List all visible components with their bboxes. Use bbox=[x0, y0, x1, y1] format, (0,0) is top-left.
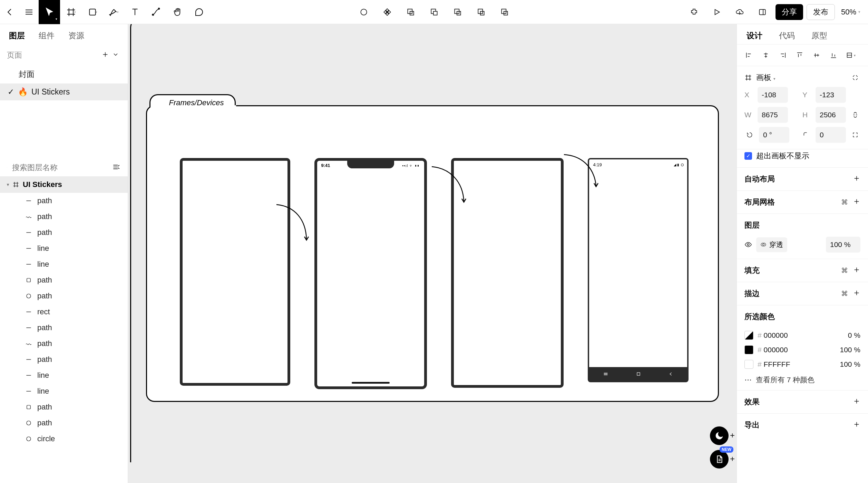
pen-tool[interactable]: ▾ bbox=[103, 0, 124, 24]
radius-input[interactable] bbox=[816, 127, 846, 143]
menu-button[interactable] bbox=[19, 0, 39, 24]
y-input[interactable] bbox=[816, 87, 846, 103]
layer-item[interactable]: line bbox=[0, 240, 128, 256]
device-frame-generic[interactable] bbox=[180, 158, 290, 386]
align-bottom-button[interactable] bbox=[828, 50, 839, 60]
align-center-v-button[interactable] bbox=[811, 50, 822, 60]
tab-layers[interactable]: 图层 bbox=[9, 30, 25, 41]
layer-item[interactable]: path bbox=[0, 225, 128, 240]
page-item[interactable]: 封面 bbox=[0, 65, 128, 83]
svg-point-1 bbox=[152, 14, 154, 15]
shape-tool[interactable]: ▾ bbox=[81, 0, 103, 24]
color-row[interactable]: # FFFFFF100 % bbox=[737, 357, 868, 372]
add-stroke-button[interactable] bbox=[853, 289, 860, 298]
tab-assets[interactable]: 资源 bbox=[68, 30, 84, 41]
boolean-union-icon[interactable] bbox=[401, 0, 420, 24]
auto-layout-header: 自动布局 bbox=[744, 174, 775, 184]
align-center-h-button[interactable] bbox=[761, 50, 771, 60]
plugins-button[interactable] bbox=[684, 0, 704, 24]
selected-frame[interactable]: Frames/Devices 9:41 ••ıl ᯤ ▮▮ bbox=[146, 105, 719, 402]
line-icon bbox=[25, 229, 32, 236]
fit-button[interactable] bbox=[850, 72, 860, 83]
frame-tool[interactable]: ▾ bbox=[60, 0, 81, 24]
align-left-button[interactable] bbox=[744, 50, 754, 60]
layer-item[interactable]: path bbox=[0, 415, 128, 431]
cloud-button[interactable] bbox=[730, 0, 749, 24]
layer-item[interactable]: path bbox=[0, 272, 128, 288]
align-right-button[interactable] bbox=[778, 50, 788, 60]
comment-tool[interactable] bbox=[188, 0, 210, 24]
tab-prototype[interactable]: 原型 bbox=[811, 30, 827, 41]
text-tool[interactable] bbox=[124, 0, 146, 24]
layer-frame-root[interactable]: ▾ UI Stickers bbox=[0, 176, 128, 193]
frame-type-dropdown[interactable]: 画板 ▾ bbox=[756, 72, 776, 83]
distribute-button[interactable]: ▾ bbox=[845, 50, 856, 60]
device-frame-iphone[interactable]: 9:41 ••ıl ᯤ ▮▮ bbox=[314, 158, 427, 389]
svg-point-15 bbox=[7, 168, 7, 168]
h-input[interactable] bbox=[816, 107, 846, 123]
rotation-input[interactable] bbox=[759, 127, 789, 143]
publish-button[interactable]: 发布 bbox=[807, 4, 835, 20]
page-item[interactable]: ✓ 🔥 UI Stickers bbox=[0, 83, 128, 100]
topbar-left: ▾ ▾ ▾ ▾ bbox=[0, 0, 210, 24]
x-input[interactable] bbox=[758, 87, 788, 103]
eye-icon[interactable] bbox=[744, 241, 752, 248]
boolean-subtract-icon[interactable] bbox=[425, 0, 444, 24]
add-grid-button[interactable] bbox=[853, 198, 860, 207]
add-page-button[interactable] bbox=[100, 51, 110, 60]
add-fill-button[interactable] bbox=[853, 266, 860, 275]
layer-item[interactable]: path bbox=[0, 352, 128, 367]
device-frame-android[interactable]: 4:19 ◢ ▮ bbox=[588, 158, 689, 382]
share-button[interactable]: 分享 bbox=[776, 4, 803, 20]
layer-item[interactable]: path bbox=[0, 288, 128, 304]
filter-button[interactable] bbox=[112, 162, 121, 173]
layer-item[interactable]: rect bbox=[0, 304, 128, 320]
zoom-dropdown[interactable]: 50% ▾ bbox=[841, 8, 860, 17]
w-input[interactable] bbox=[758, 107, 788, 123]
svg-rect-11 bbox=[480, 11, 484, 15]
hand-tool[interactable] bbox=[167, 0, 188, 24]
lock-aspect-button[interactable] bbox=[850, 110, 860, 120]
color-row[interactable]: # 0000000 % bbox=[737, 328, 868, 343]
layer-item[interactable]: line bbox=[0, 256, 128, 272]
component-icon[interactable] bbox=[378, 0, 397, 24]
layer-item[interactable]: line bbox=[0, 383, 128, 399]
layer-item[interactable]: path bbox=[0, 336, 128, 352]
blend-mode-dropdown[interactable]: 穿透 bbox=[756, 237, 787, 252]
back-button[interactable] bbox=[0, 0, 19, 24]
theme-toggle-button[interactable]: + bbox=[710, 426, 729, 445]
canvas[interactable]: Frames/Devices 9:41 ••ıl ᯤ ▮▮ bbox=[128, 24, 737, 483]
panel-toggle-button[interactable] bbox=[753, 0, 772, 24]
notes-button[interactable]: + NEW bbox=[710, 450, 729, 469]
see-all-colors-button[interactable]: ⋯ 查看所有 7 种颜色 bbox=[737, 372, 868, 391]
search-icon bbox=[7, 164, 7, 172]
layer-item[interactable]: path bbox=[0, 320, 128, 336]
layer-item[interactable]: line bbox=[0, 367, 128, 383]
layer-item[interactable]: path bbox=[0, 193, 128, 209]
align-top-button[interactable] bbox=[794, 50, 805, 60]
page-sticker: 🔥 bbox=[18, 87, 28, 97]
layer-item[interactable]: circle bbox=[0, 431, 128, 447]
layer-item[interactable]: path bbox=[0, 209, 128, 225]
add-effect-button[interactable] bbox=[853, 397, 860, 407]
play-button[interactable] bbox=[707, 0, 726, 24]
tab-code[interactable]: 代码 bbox=[779, 30, 795, 41]
clip-content-checkbox[interactable]: ✓ bbox=[744, 152, 752, 160]
collapse-pages-button[interactable] bbox=[110, 51, 121, 59]
move-tool[interactable]: ▾ bbox=[39, 0, 60, 24]
add-export-button[interactable] bbox=[853, 421, 860, 430]
boolean-exclude-icon[interactable] bbox=[471, 0, 491, 24]
add-auto-layout-button[interactable] bbox=[853, 175, 860, 184]
individual-corners-button[interactable] bbox=[850, 130, 860, 140]
color-row[interactable]: # 000000100 % bbox=[737, 343, 868, 357]
tab-design[interactable]: 设计 bbox=[747, 30, 762, 41]
ellipse-icon[interactable] bbox=[354, 0, 373, 24]
boolean-intersect-icon[interactable] bbox=[448, 0, 467, 24]
layer-item[interactable]: path bbox=[0, 399, 128, 415]
vector-tool[interactable] bbox=[146, 0, 167, 24]
mask-icon[interactable] bbox=[495, 0, 514, 24]
search-input[interactable] bbox=[12, 163, 107, 172]
layer-name: path bbox=[37, 418, 52, 427]
tab-components[interactable]: 组件 bbox=[39, 30, 55, 41]
opacity-input[interactable] bbox=[826, 237, 860, 253]
